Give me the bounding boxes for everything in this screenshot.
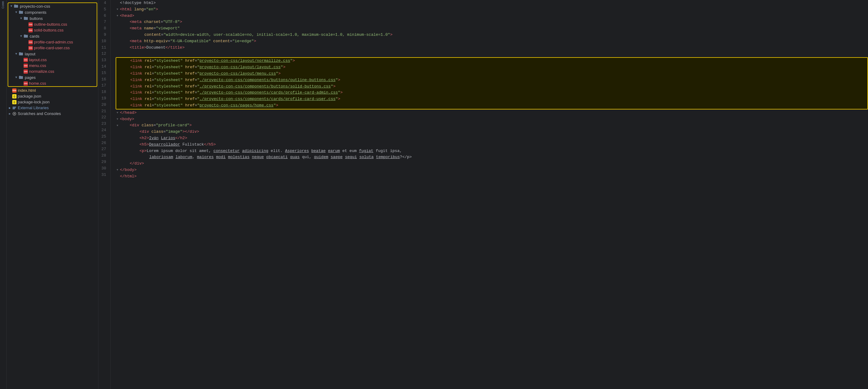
code-text: <h2> — [140, 135, 149, 141]
code-text: = — [152, 102, 154, 109]
folder-icon — [24, 34, 28, 38]
code-text: = — [195, 84, 197, 90]
code-text: = — [195, 96, 197, 102]
code-text: </html> — [120, 173, 137, 180]
code-text: href — [185, 77, 194, 84]
code-text: "stylesheet" — [154, 64, 183, 71]
sidebar-item-index-html[interactable]: htm index.html — [7, 88, 98, 93]
code-text: = — [195, 58, 197, 64]
line-number: 11 — [98, 45, 108, 51]
code-text: = — [152, 90, 154, 96]
code-text: </div> — [130, 161, 144, 167]
code-line-26: <h5>Desarrollador Fullstack</h5> — [116, 141, 868, 148]
sidebar-item-components[interactable]: ▼ components — [8, 9, 97, 15]
code-text: = — [195, 102, 197, 109]
sidebar-item-buttons[interactable]: ▼ buttons — [8, 15, 97, 22]
sidebar-item-home-css[interactable]: css home.css — [8, 80, 97, 86]
svg-rect-9 — [19, 52, 21, 53]
line-number: 17 — [98, 83, 108, 89]
fold-button[interactable]: ▼ — [116, 111, 119, 115]
sidebar-item-profile-card-user[interactable]: css profile-card-user.css — [8, 45, 97, 51]
svg-rect-5 — [24, 17, 26, 18]
code-line-27: <p>Lorem ipsum dolor sit amet, consectet… — [116, 148, 868, 155]
code-text — [183, 96, 185, 102]
line-number: 25 — [98, 134, 108, 140]
code-text — [183, 84, 185, 90]
svg-rect-14 — [12, 108, 15, 109]
css-file-icon: css — [28, 22, 33, 27]
svg-point-16 — [14, 113, 15, 115]
folder-icon — [19, 75, 24, 80]
sidebar-item-package-json[interactable]: {} package.json — [7, 93, 98, 99]
sidebar-item-root[interactable]: ▼ proyecto-con-css — [8, 3, 97, 9]
line-number: 8 — [98, 25, 108, 32]
code-text: <meta — [130, 38, 144, 45]
code-line-19: <link rel="stylesheet" href="./proyecto-… — [116, 96, 867, 102]
code-text — [183, 71, 185, 77]
sidebar-item-label: cards — [30, 34, 39, 38]
code-line-24: <div class="image"></div> — [116, 129, 868, 135]
svg-rect-3 — [19, 11, 21, 12]
fold-button[interactable]: ▼ — [116, 14, 119, 18]
code-text: </h5> — [204, 141, 216, 148]
code-text: rel — [145, 77, 152, 84]
code-text: = — [152, 71, 154, 77]
external-libraries-icon — [12, 106, 17, 110]
sidebar-item-solid-buttons-css[interactable]: css solid-buttons.css — [8, 27, 97, 33]
code-text: = — [152, 84, 154, 90]
code-text: rel — [145, 90, 152, 96]
code-text: "profile-card" — [156, 122, 189, 129]
fold-button[interactable]: ▼ — [116, 168, 119, 172]
sidebar-item-label: components — [25, 10, 46, 15]
chevron-down-icon: ▼ — [14, 52, 18, 56]
code-line-31: </html> — [116, 173, 868, 180]
code-text: <meta — [130, 25, 144, 32]
code-text: <body> — [120, 116, 134, 123]
code-text: <link — [130, 77, 145, 84]
code-text: Document — [147, 45, 165, 51]
code-text: > — [340, 90, 343, 96]
fold-button[interactable]: ▼ — [116, 124, 119, 128]
css-file-icon: css — [28, 46, 33, 50]
sidebar-item-layout-css[interactable]: css layout.css — [8, 57, 97, 63]
code-text: "proyecto-con-css/layout/layout.css" — [197, 64, 283, 71]
sidebar-item-menu-css[interactable]: css menu.css — [8, 63, 97, 68]
line-number: 26 — [98, 140, 108, 147]
css-file-icon: css — [28, 40, 33, 44]
code-text: > — [390, 32, 393, 38]
folder-icon — [19, 52, 24, 56]
fold-button[interactable]: ▼ — [116, 118, 119, 121]
code-text: "image" — [166, 129, 183, 135]
code-text: "X-UA-Compatible" — [170, 38, 211, 45]
code-text: = — [161, 19, 163, 25]
sidebar-item-profile-card-admin[interactable]: css profile-card-admin.css — [8, 39, 97, 45]
sidebar-item-scratches[interactable]: ▶ Scratches and Consoles — [7, 111, 98, 117]
code-text: = — [195, 64, 197, 71]
line-number: 15 — [98, 70, 108, 76]
code-line-9: content="width=device-width, user-scalab… — [116, 32, 868, 38]
fold-button[interactable]: ▼ — [116, 8, 119, 11]
sidebar-item-layout[interactable]: ▼ layout — [8, 51, 97, 57]
sidebar-item-label: outline-buttons.css — [34, 22, 67, 27]
json-file-icon: {} — [12, 100, 17, 104]
sidebar-item-external-libraries[interactable]: ▶ External Libraries — [7, 105, 98, 111]
code-text: <link — [130, 71, 145, 77]
code-text — [183, 102, 185, 109]
code-text: = — [152, 64, 154, 71]
sidebar-item-package-lock-json[interactable]: {} package-lock.json — [7, 99, 98, 105]
code-line-12 — [116, 51, 868, 57]
sidebar-item-label: Scratches and Consoles — [18, 111, 61, 116]
code-text: > — [338, 77, 340, 84]
sidebar-item-normailize-css[interactable]: css normailize.css — [8, 68, 97, 74]
code-text: "stylesheet" — [154, 84, 183, 90]
code-text: <link — [130, 102, 145, 109]
sidebar-item-cards[interactable]: ▼ cards — [8, 33, 97, 39]
css-file-icon: css — [24, 64, 28, 68]
code-text: <meta — [130, 19, 144, 25]
sidebar-item-pages[interactable]: ▼ pages — [8, 74, 97, 80]
sidebar-item-label: home.css — [29, 81, 46, 86]
chevron-down-icon: ▼ — [19, 34, 23, 38]
sidebar-item-outline-buttons-css[interactable]: css outline-buttons.css — [8, 22, 97, 27]
chevron-down-icon: ▼ — [19, 17, 23, 20]
code-text: "stylesheet" — [154, 58, 183, 64]
